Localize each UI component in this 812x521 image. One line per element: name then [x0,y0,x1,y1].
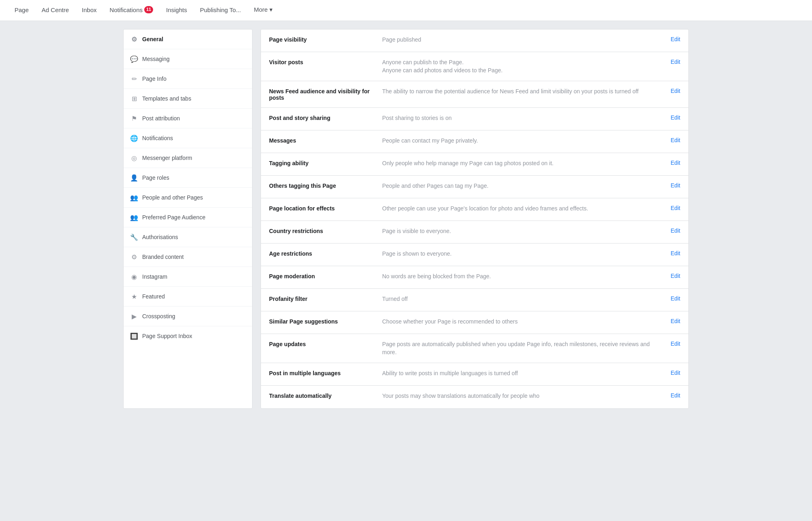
authorisations-icon: 🔧 [130,233,138,241]
settings-value-country-restrictions: Page is visible to everyone. [374,227,671,235]
settings-row-profanity-filter: Profanity filterTurned offEdit [261,289,688,311]
crossposting-icon: ▶ [130,312,138,320]
featured-icon: ★ [130,292,138,300]
settings-value-tagging-ability: Only people who help manage my Page can … [374,160,671,168]
sidebar: ⚙General💬Messaging✏Page Info⊞Templates a… [123,29,252,409]
settings-edit-page-visibility[interactable]: Edit [671,36,680,42]
settings-edit-age-restrictions[interactable]: Edit [671,250,680,256]
settings-label-country-restrictions: Country restrictions [269,227,374,234]
branded-content-icon: ⚙ [130,253,138,261]
settings-edit-profanity-filter[interactable]: Edit [671,295,680,302]
main-layout: ⚙General💬Messaging✏Page Info⊞Templates a… [123,29,689,409]
sidebar-label-page-roles: Page roles [142,174,169,181]
settings-edit-post-story-sharing[interactable]: Edit [671,114,680,121]
settings-label-messages: Messages [269,137,374,144]
settings-value-page-visibility: Page published [374,36,671,44]
sidebar-item-page-info[interactable]: ✏Page Info [124,69,252,89]
settings-row-news-feed-audience: News Feed audience and visibility for po… [261,81,688,108]
settings-value-page-location-effects: Other people can use your Page's locatio… [374,205,671,213]
top-nav: PageAd CentreInboxNotifications11Insight… [0,0,812,21]
sidebar-item-authorisations[interactable]: 🔧Authorisations [124,227,252,247]
sidebar-item-post-attribution[interactable]: ⚑Post attribution [124,109,252,128]
settings-row-age-restrictions: Age restrictionsPage is shown to everyon… [261,244,688,266]
settings-row-page-location-effects: Page location for effectsOther people ca… [261,198,688,221]
settings-edit-messages[interactable]: Edit [671,137,680,143]
nav-item-notifications[interactable]: Notifications11 [103,0,160,21]
sidebar-item-instagram[interactable]: ◉Instagram [124,267,252,287]
sidebar-label-branded-content: Branded content [142,254,184,260]
sidebar-item-branded-content[interactable]: ⚙Branded content [124,247,252,267]
sidebar-item-crossposting[interactable]: ▶Crossposting [124,307,252,326]
sidebar-item-featured[interactable]: ★Featured [124,287,252,307]
settings-edit-tagging-ability[interactable]: Edit [671,160,680,166]
settings-row-page-moderation: Page moderationNo words are being blocke… [261,266,688,289]
settings-label-others-tagging: Others tagging this Page [269,182,374,189]
nav-item-page[interactable]: Page [8,0,35,21]
sidebar-item-notifications[interactable]: 🌐Notifications [124,128,252,148]
settings-edit-country-restrictions[interactable]: Edit [671,227,680,234]
settings-row-tagging-ability: Tagging abilityOnly people who help mana… [261,153,688,176]
sidebar-label-post-attribution: Post attribution [142,115,180,122]
settings-label-age-restrictions: Age restrictions [269,250,374,257]
sidebar-label-instagram: Instagram [142,273,167,280]
settings-label-similar-page-suggestions: Similar Page suggestions [269,318,374,325]
settings-content: Page visibilityPage publishedEditVisitor… [261,29,689,409]
sidebar-item-preferred-audience[interactable]: 👥Preferred Page Audience [124,208,252,227]
settings-edit-translate-automatically[interactable]: Edit [671,392,680,399]
settings-label-page-location-effects: Page location for effects [269,205,374,212]
nav-item-ad-centre[interactable]: Ad Centre [35,0,76,21]
settings-value-translate-automatically: Your posts may show translations automat… [374,392,671,400]
sidebar-item-people-other-pages[interactable]: 👥People and other Pages [124,188,252,208]
settings-label-profanity-filter: Profanity filter [269,295,374,302]
settings-row-translate-automatically: Translate automaticallyYour posts may sh… [261,386,688,408]
settings-row-similar-page-suggestions: Similar Page suggestionsChoose whether y… [261,311,688,334]
settings-label-page-updates: Page updates [269,340,374,347]
sidebar-item-page-support-inbox[interactable]: 🔲Page Support Inbox [124,326,252,346]
settings-value-similar-page-suggestions: Choose whether your Page is recommended … [374,318,671,326]
settings-edit-page-moderation[interactable]: Edit [671,273,680,279]
settings-edit-page-updates[interactable]: Edit [671,340,680,347]
settings-edit-news-feed-audience[interactable]: Edit [671,88,680,94]
sidebar-label-messaging: Messaging [142,56,170,62]
settings-label-news-feed-audience: News Feed audience and visibility for po… [269,88,374,101]
sidebar-item-templates-tabs[interactable]: ⊞Templates and tabs [124,89,252,109]
sidebar-label-crossposting: Crossposting [142,313,175,319]
settings-row-country-restrictions: Country restrictionsPage is visible to e… [261,221,688,244]
settings-row-visitor-posts: Visitor postsAnyone can publish to the P… [261,52,688,81]
settings-value-age-restrictions: Page is shown to everyone. [374,250,671,258]
preferred-audience-icon: 👥 [130,213,138,221]
settings-label-translate-automatically: Translate automatically [269,392,374,399]
post-attribution-icon: ⚑ [130,114,138,122]
page-roles-icon: 👤 [130,174,138,182]
messenger-platform-icon: ◎ [130,154,138,162]
settings-row-messages: MessagesPeople can contact my Page priva… [261,130,688,153]
nav-item-publishing[interactable]: Publishing To... [194,0,247,21]
sidebar-item-messenger-platform[interactable]: ◎Messenger platform [124,148,252,168]
nav-item-more[interactable]: More ▾ [247,0,279,21]
sidebar-label-featured: Featured [142,293,165,300]
notifications-icon: 🌐 [130,134,138,142]
sidebar-item-general[interactable]: ⚙General [124,29,252,49]
sidebar-item-page-roles[interactable]: 👤Page roles [124,168,252,188]
settings-value-page-updates: Page posts are automatically published w… [374,340,671,356]
settings-value-messages: People can contact my Page privately. [374,137,671,145]
settings-label-post-multiple-languages: Post in multiple languages [269,370,374,376]
settings-edit-page-location-effects[interactable]: Edit [671,205,680,211]
settings-edit-visitor-posts[interactable]: Edit [671,59,680,65]
sidebar-label-preferred-audience: Preferred Page Audience [142,214,205,221]
settings-edit-post-multiple-languages[interactable]: Edit [671,370,680,376]
sidebar-label-page-info: Page Info [142,76,166,82]
settings-row-post-multiple-languages: Post in multiple languagesAbility to wri… [261,363,688,386]
nav-item-inbox[interactable]: Inbox [76,0,103,21]
settings-edit-similar-page-suggestions[interactable]: Edit [671,318,680,324]
page-info-icon: ✏ [130,75,138,83]
people-other-pages-icon: 👥 [130,193,138,202]
templates-tabs-icon: ⊞ [130,95,138,103]
page-support-inbox-icon: 🔲 [130,332,138,340]
settings-edit-others-tagging[interactable]: Edit [671,182,680,189]
settings-value-post-multiple-languages: Ability to write posts in multiple langu… [374,370,671,378]
nav-item-insights[interactable]: Insights [160,0,194,21]
settings-label-page-visibility: Page visibility [269,36,374,43]
instagram-icon: ◉ [130,273,138,281]
sidebar-item-messaging[interactable]: 💬Messaging [124,49,252,69]
